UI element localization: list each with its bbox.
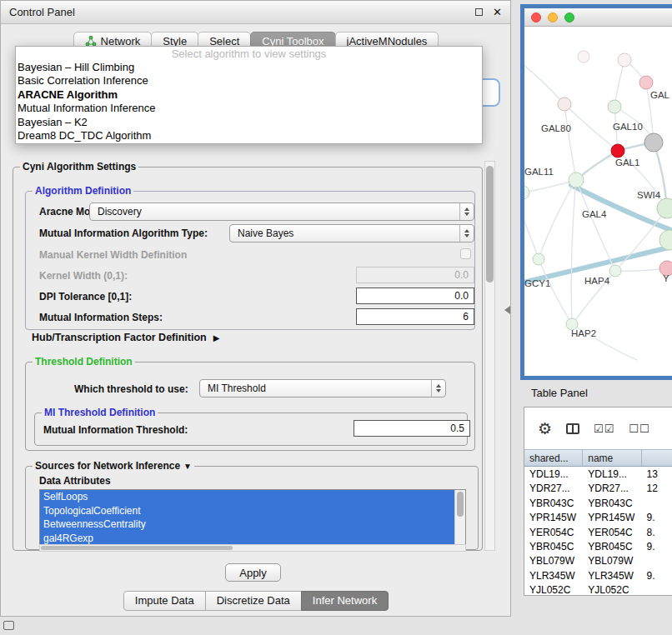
- network-node[interactable]: [569, 172, 584, 188]
- table-cell: YBR043C: [524, 496, 583, 510]
- apply-button[interactable]: Apply: [225, 563, 281, 582]
- aracne-mode-select[interactable]: Discovery: [89, 202, 474, 221]
- table-row[interactable]: YBR043CYBR043C: [524, 496, 672, 510]
- panel-splitter-arrow-icon[interactable]: [504, 306, 510, 314]
- table-row[interactable]: YPR145WYPR145W9.: [524, 510, 672, 524]
- close-icon[interactable]: ✕: [493, 6, 502, 18]
- network-node[interactable]: [578, 51, 589, 62]
- network-node[interactable]: [611, 144, 624, 158]
- minimize-traffic-light[interactable]: [548, 12, 558, 22]
- algorithm-definition-title: Algorithm Definition: [33, 185, 133, 197]
- bottom-tab-discretize-data[interactable]: Discretize Data: [205, 591, 302, 611]
- table-row[interactable]: YBR045CYBR045C9.: [524, 539, 672, 553]
- dpi-tolerance-input[interactable]: 0.0: [356, 288, 474, 304]
- table-row[interactable]: YDR27...YDR27...12: [524, 481, 672, 495]
- hub-section-toggle[interactable]: Hub/Transcription Factor Definition▶: [32, 332, 219, 343]
- mi-algorithm-type-select[interactable]: Naive Bayes: [229, 224, 474, 242]
- dropdown-placeholder: Select algorithm to view settings: [16, 48, 482, 61]
- network-edge[interactable]: [614, 60, 624, 107]
- data-attributes-label: Data Attributes: [39, 475, 111, 487]
- dropdown-item-list: Bayesian – Hill ClimbingBasic Correlatio…: [16, 61, 482, 142]
- table-panel-window: ⚙ ☑☑ ☐☐ shared...name YDL19...YDL19...13…: [524, 407, 672, 596]
- bottom-tab-infer-network[interactable]: Infer Network: [301, 591, 389, 611]
- table-row[interactable]: YER054CYER054C8.: [524, 525, 672, 539]
- network-node[interactable]: [524, 186, 529, 199]
- manual-kernel-width-checkbox[interactable]: [460, 248, 471, 259]
- dropdown-item-bayesian-k2[interactable]: Bayesian – K2: [16, 116, 482, 129]
- table-cell: 8.: [642, 525, 672, 539]
- collapse-arrow-icon: ▶: [213, 333, 220, 342]
- dropdown-item-basic-correlation-inference[interactable]: Basic Correlation Inference: [16, 74, 482, 88]
- node-label-gal4: GAL4: [582, 209, 607, 219]
- column-header-shared[interactable]: shared...: [524, 450, 583, 466]
- network-edge[interactable]: [524, 210, 539, 259]
- network-node[interactable]: [618, 53, 631, 67]
- table-cell: YPR145W: [583, 510, 641, 524]
- attribute-item-topologicalcoefficient[interactable]: TopologicalCoefficient: [40, 504, 465, 518]
- network-node[interactable]: [639, 76, 653, 89]
- dropdown-item-mutual-information-inference[interactable]: Mutual Information Inference: [16, 102, 482, 115]
- panel-dock-icon[interactable]: [3, 621, 14, 630]
- network-node[interactable]: [558, 98, 571, 111]
- data-attributes-list[interactable]: SelfLoopsTopologicalCoefficientBetweenne…: [39, 489, 466, 545]
- network-edge[interactable]: [524, 62, 564, 104]
- network-edge[interactable]: [571, 180, 576, 324]
- list-horizontal-scrollbar[interactable]: [39, 544, 466, 552]
- table-cell: YDR27...: [524, 481, 583, 495]
- network-node[interactable]: [533, 253, 544, 265]
- network-graph: GALGAL80GAL10GAL11GAL1SWI4GAL4GCY1HAP4YH…: [524, 27, 672, 376]
- combo-stepper-icon: [459, 203, 474, 220]
- kernel-width-input[interactable]: 0.0: [356, 267, 474, 283]
- network-edge[interactable]: [539, 180, 576, 259]
- network-node[interactable]: [608, 100, 621, 113]
- mi-threshold-input[interactable]: 0.5: [354, 420, 470, 437]
- column-header-col3[interactable]: [642, 450, 672, 466]
- table-row[interactable]: YDL19...YDL19...13: [524, 467, 672, 481]
- network-edge[interactable]: [539, 259, 572, 324]
- attribute-item-gal4rgexp[interactable]: gal4RGexp: [40, 532, 465, 546]
- table-cell: YBL079W: [524, 553, 583, 568]
- dropdown-item-dream8-dc-tdc-algorithm[interactable]: Dream8 DC_TDC Algorithm: [16, 129, 482, 142]
- columns-icon[interactable]: [566, 423, 579, 434]
- mi-threshold-label: Mutual Information Threshold:: [43, 424, 188, 436]
- bottom-tab-impute-data[interactable]: Impute Data: [123, 591, 206, 611]
- zoom-traffic-light[interactable]: [564, 12, 574, 22]
- scrollbar-thumb[interactable]: [486, 166, 494, 282]
- table-row[interactable]: YLR345WYLR345W9.: [524, 568, 672, 582]
- table-row[interactable]: YBL079WYBL079W: [524, 553, 672, 568]
- attribute-item-betweennesscentrality[interactable]: BetweennessCentrality: [40, 518, 465, 532]
- combo-stepper-icon: [431, 380, 445, 397]
- network-node[interactable]: [657, 198, 672, 218]
- node-label-hap4: HAP4: [584, 276, 610, 286]
- gear-icon[interactable]: ⚙: [538, 419, 552, 438]
- table-cell: YJL052C: [583, 582, 641, 596]
- dropdown-item-aracne-algorithm[interactable]: ARACNE Algorithm: [16, 88, 482, 102]
- aracne-mode-value: Discovery: [90, 206, 459, 218]
- network-canvas[interactable]: GALGAL80GAL10GAL11GAL1SWI4GAL4GCY1HAP4YH…: [524, 27, 672, 376]
- scrollbar-thumb[interactable]: [457, 492, 464, 517]
- network-edge[interactable]: [576, 180, 615, 271]
- network-edge[interactable]: [564, 104, 576, 180]
- list-vertical-scrollbar[interactable]: [454, 490, 465, 544]
- table-cell: 9.: [642, 510, 672, 524]
- close-traffic-light[interactable]: [531, 12, 541, 22]
- network-node[interactable]: [609, 265, 621, 277]
- dropdown-item-bayesian-hill-climbing[interactable]: Bayesian – Hill Climbing: [16, 61, 482, 74]
- network-node[interactable]: [644, 133, 663, 152]
- scrollbar-thumb[interactable]: [41, 546, 233, 550]
- select-all-checkboxes-icon[interactable]: ☑☑: [594, 422, 614, 435]
- sources-group-title[interactable]: Sources for Network Inference▼: [33, 460, 194, 472]
- settings-vertical-scrollbar[interactable]: [484, 161, 495, 551]
- node-label-swi4: SWI4: [637, 190, 661, 200]
- desktop: Control Panel ✕ NetworkStyleSelectCyni T…: [0, 0, 672, 635]
- float-window-icon[interactable]: [475, 8, 483, 16]
- deselect-all-checkboxes-icon[interactable]: ☐☐: [629, 422, 649, 435]
- table-row[interactable]: YJL052CYJL052C: [524, 582, 672, 596]
- attribute-item-selfloops[interactable]: SelfLoops: [40, 490, 465, 504]
- mi-steps-input[interactable]: 6: [356, 308, 474, 325]
- which-threshold-select[interactable]: MI Threshold: [199, 379, 446, 398]
- mi-algorithm-type-value: Naive Bayes: [230, 228, 459, 239]
- column-header-name[interactable]: name: [583, 450, 641, 466]
- network-edge[interactable]: [524, 180, 576, 192]
- algorithm-definition-group: Algorithm Definition Aracne Mode: Discov…: [25, 191, 475, 330]
